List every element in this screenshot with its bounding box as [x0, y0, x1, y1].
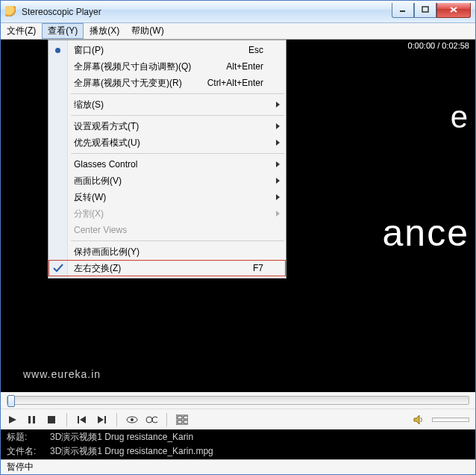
menu-item-fullscreen-fixed[interactable]: 全屏幕(视频尺寸无变更)(R) Ctrl+Alt+Enter — [48, 75, 286, 91]
menu-separator — [71, 240, 284, 241]
svg-rect-6 — [33, 416, 35, 423]
menu-separator — [71, 115, 284, 116]
menu-item-split: 分割(X) — [48, 205, 286, 222]
timecode: 0:00:00 / 0:02:58 — [407, 41, 469, 50]
menu-item-label: 窗口(P) — [74, 44, 104, 57]
prev-button[interactable] — [76, 414, 88, 426]
app-window: Stereoscopic Player 文件(Z) 查看(Y) 播放(X) 帮助… — [0, 0, 476, 475]
menu-help[interactable]: 帮助(W) — [125, 23, 169, 39]
menu-item-label: 缩放(S) — [74, 99, 104, 111]
menu-item-label: 全屏幕(视频尺寸无变更)(R) — [74, 77, 182, 90]
svg-rect-1 — [422, 7, 428, 12]
menu-separator — [71, 93, 284, 94]
controls — [1, 409, 475, 429]
menu-item-label: 分割(X) — [74, 208, 104, 220]
svg-rect-20 — [178, 420, 182, 423]
volume-slider[interactable] — [432, 417, 469, 422]
menu-item-label: 画面比例(V) — [74, 175, 122, 187]
svg-marker-9 — [80, 416, 86, 423]
menu-item-center-views: Center Views — [48, 222, 286, 238]
submenu-arrow-icon — [276, 178, 280, 184]
submenu-arrow-icon — [276, 161, 280, 167]
menu-item-viewing-method[interactable]: 设置观看方式(T) — [48, 118, 286, 134]
menu-item-label: 保持画面比例(Y) — [74, 246, 140, 258]
menu-item-label: Center Views — [74, 225, 127, 235]
seekbar — [1, 392, 475, 409]
eye-icon[interactable] — [126, 414, 138, 426]
menu-view[interactable]: 查看(Y) — [42, 23, 84, 39]
svg-rect-10 — [104, 416, 106, 423]
maximize-button[interactable] — [414, 3, 436, 18]
menu-separator — [71, 153, 284, 154]
svg-marker-22 — [414, 415, 419, 424]
menubar: 文件(Z) 查看(Y) 播放(X) 帮助(W) — [1, 23, 475, 40]
play-button[interactable] — [7, 414, 19, 426]
svg-rect-21 — [184, 420, 188, 423]
menu-file[interactable]: 文件(Z) — [1, 23, 42, 39]
menu-item-shortcut: Ctrl+Alt+Enter — [207, 78, 263, 88]
info-file-value: 3D演示视频1 Drug resistance_Karin.mpg — [50, 445, 213, 458]
control-separator — [116, 413, 117, 426]
menu-play[interactable]: 播放(X) — [84, 23, 125, 39]
view-dropdown: 窗口(P) Esc 全屏幕(视频尺寸自动调整)(Q) Alt+Enter 全屏幕… — [48, 40, 286, 279]
svg-rect-19 — [184, 416, 188, 419]
window-title: Stereoscopic Player — [22, 7, 392, 17]
submenu-arrow-icon — [276, 102, 280, 108]
info-title-value: 3D演示视频1 Drug resistance_Karin — [50, 431, 193, 444]
menu-item-swap-lr[interactable]: 左右交换(Z) F7 — [48, 260, 286, 276]
info-file-label: 文件名: — [7, 445, 37, 458]
menu-item-label: 设置观看方式(T) — [74, 120, 139, 133]
app-icon — [5, 6, 17, 18]
submenu-arrow-icon — [276, 123, 280, 129]
menu-item-keep-aspect[interactable]: 保持画面比例(Y) — [48, 243, 286, 260]
menu-item-fullscreen-auto[interactable]: 全屏幕(视频尺寸自动调整)(Q) Alt+Enter — [48, 58, 286, 75]
infobar: 标题: 3D演示视频1 Drug resistance_Karin 文件名: 3… — [1, 429, 475, 459]
menu-item-zoom[interactable]: 缩放(S) — [48, 96, 286, 113]
window-buttons — [392, 3, 471, 18]
seek-track[interactable] — [7, 396, 469, 405]
svg-rect-8 — [78, 416, 79, 423]
seek-thumb[interactable] — [7, 395, 15, 407]
video-overlay-text-mid: ance — [383, 211, 469, 255]
menu-item-shortcut: Alt+Enter — [226, 61, 263, 72]
menu-item-label: Glasses Control — [74, 159, 137, 170]
svg-point-14 — [146, 417, 152, 423]
stop-button[interactable] — [46, 414, 57, 426]
titlebar[interactable]: Stereoscopic Player — [1, 1, 475, 23]
next-button[interactable] — [95, 414, 107, 426]
submenu-arrow-icon — [276, 140, 280, 146]
menu-item-flip[interactable]: 反转(W) — [48, 189, 286, 205]
video-overlay-text-top: e — [451, 99, 469, 135]
menu-item-label: 全屏幕(视频尺寸自动调整)(Q) — [74, 60, 191, 73]
svg-rect-5 — [28, 416, 31, 423]
info-title-label: 标题: — [7, 431, 37, 444]
menu-item-window[interactable]: 窗口(P) Esc — [48, 42, 286, 58]
close-button[interactable] — [436, 3, 471, 18]
statusbar: 暂停中 — [1, 459, 475, 474]
menu-item-shortcut: Esc — [248, 45, 263, 55]
volume-icon[interactable] — [413, 414, 425, 426]
check-icon — [52, 262, 64, 274]
svg-rect-18 — [178, 416, 182, 419]
svg-marker-4 — [9, 416, 16, 423]
menu-item-preferred-mode[interactable]: 优先观看模式(U) — [48, 134, 286, 151]
submenu-arrow-icon — [276, 211, 280, 217]
pause-button[interactable] — [26, 414, 38, 426]
control-separator — [166, 413, 167, 426]
menu-item-label: 优先观看模式(U) — [74, 137, 140, 149]
svg-marker-11 — [98, 416, 104, 423]
submenu-arrow-icon — [276, 194, 280, 200]
menu-item-label: 左右交换(Z) — [74, 262, 121, 275]
status-text: 暂停中 — [7, 461, 34, 474]
minimize-button[interactable] — [392, 3, 414, 18]
control-separator — [66, 413, 67, 426]
menu-item-glasses[interactable]: Glasses Control — [48, 156, 286, 173]
bullet-icon — [55, 48, 60, 53]
glasses-icon[interactable] — [145, 414, 157, 426]
menu-item-shortcut: F7 — [253, 263, 263, 273]
video-watermark: www.eureka.in — [23, 368, 101, 380]
menu-item-label: 反转(W) — [74, 191, 106, 204]
svg-rect-7 — [48, 416, 55, 423]
layout-icon[interactable] — [176, 414, 188, 426]
menu-item-aspect[interactable]: 画面比例(V) — [48, 173, 286, 189]
